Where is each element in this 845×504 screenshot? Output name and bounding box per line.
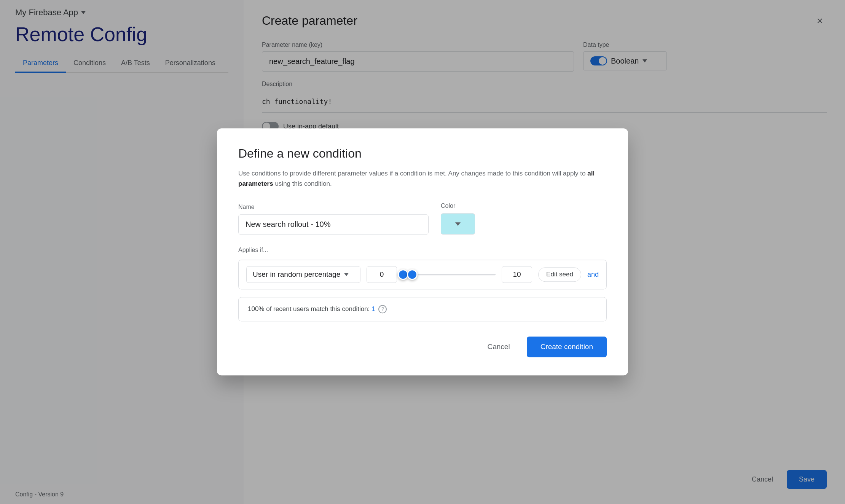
- condition-name-input[interactable]: [238, 215, 429, 235]
- and-link[interactable]: and: [587, 271, 599, 279]
- create-condition-button[interactable]: Create condition: [527, 337, 607, 357]
- modal-footer: Cancel Create condition: [238, 337, 607, 357]
- match-text: 100% of recent users match this conditio…: [248, 305, 370, 313]
- modal-color-label: Color: [441, 203, 475, 210]
- applies-if-label: Applies if...: [238, 247, 607, 254]
- modal-description: Use conditions to provide different para…: [238, 168, 607, 189]
- condition-type-dropdown-icon: [344, 273, 349, 276]
- modal-name-color-row: Name Color: [238, 203, 607, 235]
- modal-name-label: Name: [238, 204, 429, 211]
- condition-type-select[interactable]: User in random percentage: [246, 266, 360, 283]
- color-dropdown-icon: [455, 222, 461, 226]
- match-info-box: 100% of recent users match this conditio…: [238, 297, 607, 322]
- percentage-slider[interactable]: [403, 268, 496, 282]
- edit-seed-button[interactable]: Edit seed: [538, 268, 581, 282]
- slider-track: [403, 274, 496, 276]
- modal-name-field: Name: [238, 204, 429, 235]
- modal-color-field: Color: [441, 203, 475, 235]
- cancel-modal-button[interactable]: Cancel: [478, 338, 519, 357]
- condition-row: User in random percentage Edit seed and: [238, 260, 607, 290]
- slider-thumb-right[interactable]: [407, 270, 418, 280]
- min-value-input[interactable]: [367, 266, 397, 283]
- max-value-input[interactable]: [502, 266, 532, 283]
- match-link[interactable]: 1: [371, 305, 375, 313]
- match-help-icon: ?: [378, 305, 387, 314]
- color-picker-button[interactable]: [441, 214, 475, 235]
- condition-type-label: User in random percentage: [253, 271, 340, 279]
- define-condition-modal: Define a new condition Use conditions to…: [217, 128, 628, 375]
- modal-title: Define a new condition: [238, 147, 607, 161]
